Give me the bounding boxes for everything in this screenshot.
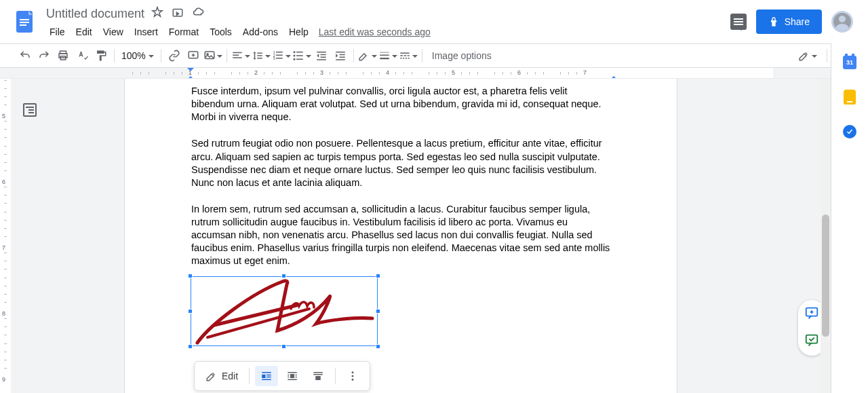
chevron-down-icon [412,53,418,58]
toolbar: 100% 123 Image options [0,43,868,68]
share-button[interactable]: Share [756,10,822,34]
resize-handle-n[interactable] [281,274,286,278]
chevron-down-icon [217,53,222,58]
insert-comment-button[interactable] [184,47,202,64]
docs-logo[interactable] [12,8,39,35]
border-dash-button[interactable] [399,50,418,62]
svg-rect-55 [288,375,289,376]
menu-format[interactable]: Format [164,24,203,39]
svg-point-27 [293,58,295,60]
resize-handle-se[interactable] [376,344,380,349]
svg-rect-26 [296,55,303,56]
calendar-app-icon[interactable]: 31 [843,56,856,69]
svg-rect-59 [288,379,297,381]
workspace: 56789 Fusce interdum, ipsum vel pulvinar… [0,79,831,393]
scrollbar-thumb[interactable] [822,214,829,337]
header: Untitled document File Edit View Insert … [0,0,868,43]
svg-rect-40 [400,53,410,54]
svg-rect-61 [313,374,323,375]
menu-edit[interactable]: Edit [71,24,97,39]
star-icon[interactable] [151,6,163,21]
suggest-edit-icon[interactable] [804,333,819,350]
keep-app-icon[interactable] [844,90,856,105]
svg-rect-22 [276,58,283,59]
resize-handle-w[interactable] [188,309,193,314]
menu-file[interactable]: File [45,24,70,39]
horizontal-ruler[interactable]: 1234567 [0,68,868,79]
numbered-list-button[interactable]: 123 [272,50,291,62]
redo-button[interactable] [35,47,53,64]
svg-rect-11 [233,52,242,54]
image-options-button[interactable]: Image options [427,50,497,61]
last-edit-link[interactable]: Last edit was seconds ago [319,26,431,37]
add-comment-icon[interactable] [804,305,819,323]
svg-rect-45 [403,58,404,59]
wrap-text-button[interactable] [281,366,304,386]
increase-indent-button[interactable] [332,47,349,64]
svg-rect-50 [267,375,271,376]
insert-link-button[interactable] [165,47,183,64]
chevron-down-icon [372,53,377,58]
document-title[interactable]: Untitled document [46,7,144,21]
decrease-indent-button[interactable] [313,47,330,64]
svg-rect-20 [276,55,283,56]
menu-help[interactable]: Help [284,24,313,39]
outline-icon[interactable] [23,103,37,117]
resize-handle-e[interactable] [376,309,380,314]
line-spacing-button[interactable] [252,50,271,62]
cloud-icon[interactable] [192,6,204,21]
insert-image-button[interactable] [203,50,222,62]
svg-rect-38 [380,55,389,56]
edit-drawing-button[interactable]: Edit [200,366,243,386]
vertical-scrollbar[interactable] [821,79,831,393]
align-button[interactable] [231,50,250,62]
tasks-app-icon[interactable] [843,125,856,138]
svg-rect-15 [257,55,262,56]
svg-rect-13 [233,57,242,58]
border-color-button[interactable] [358,50,377,62]
svg-point-65 [352,379,354,381]
editing-mode-button[interactable] [798,50,817,62]
right-indent[interactable] [610,73,617,79]
vertical-ruler[interactable]: 56789 [0,79,11,393]
paragraph[interactable]: Fusce interdum, ipsum vel pulvinar conva… [191,85,610,124]
chevron-down-icon [392,53,397,58]
resize-handle-sw[interactable] [188,344,193,349]
paint-format-button[interactable] [92,47,110,64]
chevron-down-icon [245,53,250,58]
menu-view[interactable]: View [98,24,128,39]
svg-rect-34 [339,54,344,56]
spellcheck-button[interactable] [73,47,91,64]
svg-rect-33 [336,52,345,53]
resize-handle-nw[interactable] [188,274,193,278]
resize-handle-ne[interactable] [376,274,380,278]
svg-rect-32 [317,59,326,60]
svg-point-23 [293,51,295,53]
bulleted-list-button[interactable] [292,50,311,62]
undo-button[interactable] [16,47,34,64]
print-button[interactable] [54,47,72,64]
move-icon[interactable] [172,6,184,21]
chevron-down-icon [812,53,817,58]
comments-icon[interactable] [730,14,747,30]
share-label: Share [785,16,810,27]
svg-point-63 [352,371,354,373]
zoom-value: 100% [121,50,146,61]
svg-rect-44 [400,58,401,59]
svg-rect-51 [267,377,271,378]
selected-image[interactable] [191,276,378,346]
menu-addons[interactable]: Add-ons [238,24,283,39]
account-avatar[interactable] [831,11,853,33]
border-weight-button[interactable] [378,50,397,62]
svg-rect-42 [403,55,406,56]
wrap-inline-button[interactable] [255,366,278,386]
zoom-select[interactable]: 100% [119,50,157,61]
paragraph[interactable]: In lorem sem, rutrum sed accumsan a, sol… [191,203,610,268]
svg-rect-39 [380,58,389,59]
resize-handle-s[interactable] [281,344,286,349]
more-options-button[interactable] [341,366,364,386]
paragraph[interactable]: Sed rutrum feugiat odio non posuere. Pel… [191,137,610,189]
wrap-break-button[interactable] [307,366,330,386]
menu-insert[interactable]: Insert [130,24,163,39]
menu-tools[interactable]: Tools [205,24,237,39]
